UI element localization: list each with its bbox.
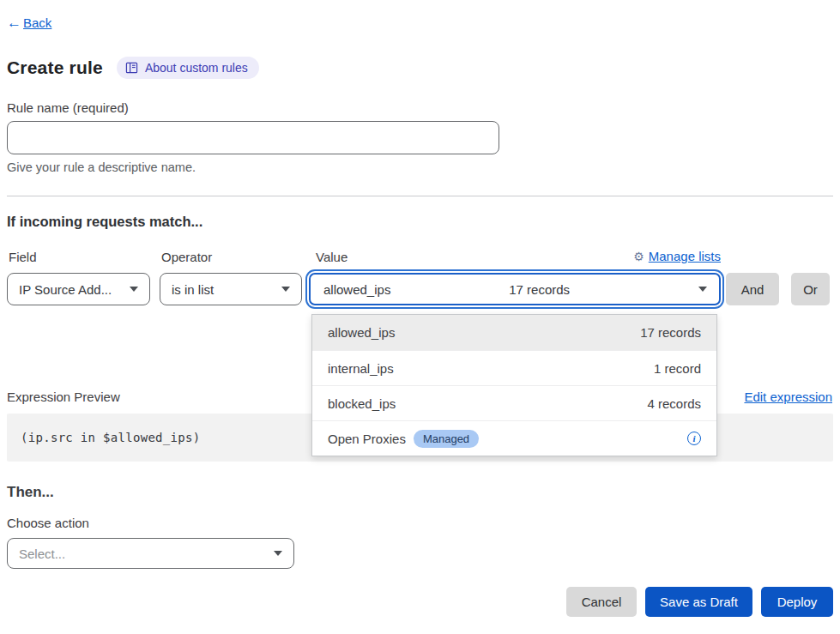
value-select-name: allowed_ips [323,282,390,297]
rule-name-input[interactable] [7,121,499,154]
field-select[interactable]: IP Source Add... [7,273,150,305]
field-select-value: IP Source Add... [19,282,112,297]
dropdown-item-allowed-ips[interactable]: allowed_ips 17 records [312,315,716,350]
operator-select[interactable]: is in list [160,273,302,305]
rule-name-helper: Give your rule a descriptive name. [7,160,196,174]
page-title: Create rule [7,57,103,78]
value-select-count: 17 records [509,282,570,297]
dropdown-item-blocked-ips[interactable]: blocked_ips 4 records [312,385,716,420]
value-dropdown-menu: allowed_ips 17 records internal_ips 1 re… [311,314,717,456]
manage-lists-link[interactable]: ⚙ Manage lists [633,249,721,263]
dropdown-item-internal-ips[interactable]: internal_ips 1 record [312,350,716,385]
value-column-label: Value [316,250,347,264]
expression-code: (ip.src in $allowed_ips) [21,431,201,444]
save-as-draft-button[interactable]: Save as Draft [645,587,752,617]
back-link[interactable]: ← Back [7,15,51,30]
back-link-label: Back [23,15,51,30]
choose-action-label: Choose action [7,516,89,530]
deploy-button[interactable]: Deploy [761,587,833,617]
list-record-count: 4 records [647,396,701,411]
list-name: internal_ips [328,361,394,376]
match-section-heading: If incoming requests match... [7,214,202,230]
operator-select-value: is in list [172,282,214,297]
value-select[interactable]: allowed_ips 17 records [309,273,721,305]
manage-lists-label: Manage lists [649,249,721,263]
field-column-label: Field [9,250,37,264]
gear-icon: ⚙ [633,250,644,263]
list-name: blocked_ips [328,396,396,411]
title-row: Create rule About custom rules [7,57,259,79]
then-section-heading: Then... [7,484,54,501]
and-button[interactable]: And [726,273,779,305]
action-select[interactable]: Select... [7,538,294,569]
chevron-down-icon [698,287,707,292]
info-icon[interactable]: i [687,432,701,445]
operator-column-label: Operator [161,250,212,264]
list-name: allowed_ips [328,325,395,340]
chevron-down-icon [130,287,138,292]
chevron-down-icon [274,551,282,556]
rule-name-label: Rule name (required) [7,100,129,115]
edit-expression-link[interactable]: Edit expression [744,389,832,404]
dropdown-item-open-proxies[interactable]: Open Proxies Managed i [312,420,716,456]
list-record-count: 17 records [640,325,701,340]
action-select-placeholder: Select... [19,546,65,561]
about-custom-rules-badge[interactable]: About custom rules [117,57,259,79]
cancel-button[interactable]: Cancel [566,587,637,617]
list-record-count: 1 record [654,361,701,376]
back-arrow-icon: ← [7,15,21,30]
managed-badge: Managed [414,430,479,448]
or-button[interactable]: Or [791,273,830,305]
section-divider [7,196,833,196]
chevron-down-icon [281,287,290,292]
list-name: Open Proxies [328,432,406,446]
book-icon [125,62,138,74]
about-badge-label: About custom rules [145,61,248,75]
expression-preview-label: Expression Preview [7,389,120,404]
